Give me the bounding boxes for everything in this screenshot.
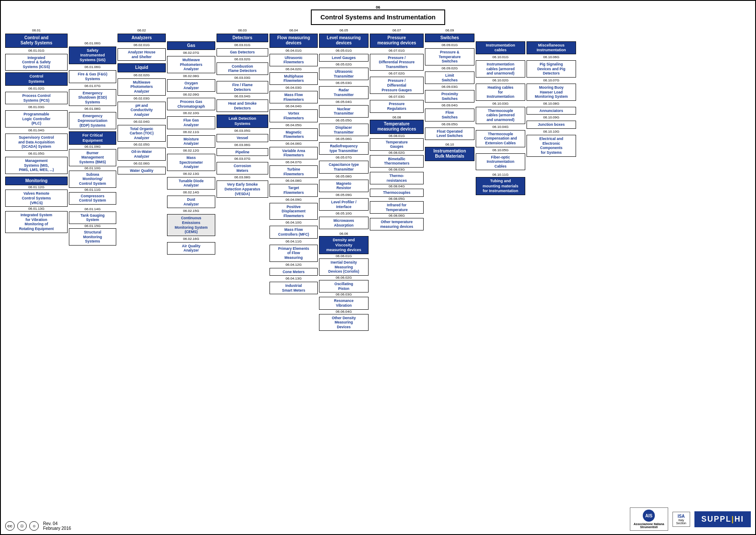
col07-dp-gauges: Pressure /DifferentialPressure Gauges (370, 77, 424, 94)
col02-photometers: MultiwavePhotometersAnalyzer (118, 78, 166, 96)
cc-by-icon: Ⓐ (17, 521, 27, 531)
col01-header: Control andSafety Systems (5, 34, 68, 48)
col02b-moisture: MoistureAnalyzer (167, 135, 215, 148)
col10b-mooring: Mooring BuoyHawser LoadMonitoring System (527, 84, 576, 101)
col10a-fiberoptic: Fiber-opticInstrumentationCables (476, 153, 525, 171)
col09-flow: FlowSwitches (425, 109, 474, 121)
col04-positive: PositiveDisplacementFlowmeters (270, 203, 318, 220)
col02b-air: Air QualityAnalyzer (167, 242, 215, 255)
col07-thermocouples: Thermocouples (370, 189, 424, 197)
col05-magneto: MagnetoResistor (319, 180, 369, 192)
main-title: Control Systems and Instrumentation (311, 9, 445, 25)
main-columns: 06.01 Control andSafety Systems 06.01.01… (5, 28, 751, 331)
col-05: 06.05 Level measuringdevices 06.05.01G L… (319, 28, 369, 331)
col03-vessel: Vessel (217, 134, 268, 142)
col10b-annunciators: Annunciators (527, 107, 576, 115)
col05-radiofreq: Radiofrequencytype Transmitter (319, 142, 369, 155)
col10a-heating: Heating cablesforInstrumentation (476, 84, 525, 101)
col04-massflow: Mass FlowFlowmeters (270, 91, 318, 103)
col02b-mass-spec: MassSpectrometerAnalyzer (167, 154, 215, 171)
col01-item3: ProgrammableLogic Controller(PLC) (5, 110, 68, 128)
col-04: 06.04 Flow measuringdevices 06.04.01G Ul… (270, 28, 318, 295)
col04-variable: Variable AreaFlowmeters (270, 147, 318, 159)
col05-density-header: Density andViscositymeasuring devices (319, 236, 369, 254)
col10a-header: Instrumentationcables (476, 41, 525, 55)
col01b-compressors: CompressorsControl System (69, 192, 116, 205)
col10b-pig: Pig SignalingDevices and PigDetectors (527, 60, 576, 78)
col02b-gas: Gas (167, 41, 215, 50)
col04-header: Flow measuringdevices (270, 34, 318, 48)
col02b-tunable: Tunable DiodeAnalyzer (167, 177, 215, 190)
col09-float: Float OperatedLevel Switches (425, 128, 474, 140)
col05-radar: RadarTransmitter (319, 86, 369, 99)
col10a-thermocouple-cables: Thermocouplecables (armoredand unarmored… (476, 107, 525, 124)
col-02: 06.02 Analyzers 06.02.01G Analyzer House… (118, 28, 166, 175)
col-07: 06.07 Pressuremeasuring devices 06.07.01… (370, 28, 424, 231)
col10a-tubing: Tubing andmounting materialsfor Instrume… (476, 177, 525, 195)
col05-microwaves: MicrowavesAbsorption (319, 217, 369, 229)
col05-profiler: Level Profiler /Interface (319, 198, 369, 211)
col07-bimetallic: BimetallicThermometers (370, 155, 424, 168)
footer: CC Ⓐ ⊙ Rev. 04 February 2016 AIS Associa… (5, 507, 751, 531)
col01b-bms: BurnerManagementSystems (BMS) (69, 149, 116, 166)
col07-temp-header: Temperaturemeasuring devices (370, 120, 424, 134)
col09-proximity: ProximitySwitches (425, 90, 474, 103)
col02-oil: Oil-in-WaterAnalyzer (118, 148, 166, 160)
footer-left: CC Ⓐ ⊙ Rev. 04 February 2016 (5, 521, 71, 531)
col05-coriolis: Inertial DensityMeasuringDevices (Coriol… (319, 258, 369, 276)
col01-item5: ManagementSystems (MIS,PIMS, LMS, MES, .… (5, 157, 68, 174)
col03-heat: Heat and SmokeDetectors (217, 100, 268, 112)
footer-right: AIS Associazione ItalianaStrumentisti IS… (630, 507, 751, 531)
suppl-badge: SUPPL|HI (694, 511, 751, 527)
col01-vibration: Integrated Systemfor VibrationMonitoring… (5, 211, 68, 233)
col04-magnetic: MagneticFlowmeters (270, 128, 318, 141)
col07-regulators: PressureRegulators (370, 100, 424, 112)
col07-dp-transmitters: Pressure /Differential PressureTransmitt… (370, 54, 424, 71)
cc-icon: CC (5, 521, 15, 531)
col04-multiphase: MultiphaseFlowmeters (270, 72, 318, 85)
col-01b: 06.01.06G SafetyInstrumentedSystems (SIS… (69, 41, 116, 246)
col01-item1: IntegratedControl & SafetySystems (ICSS) (5, 54, 68, 71)
col04-target: TargetFlowmeters (270, 184, 318, 196)
col02-house: Analyzer Houseand Shelter (118, 48, 166, 61)
col01b-structural: StructuralMonitoringSystems (69, 228, 116, 246)
col-03: 06.03 Detectors 06.03.01G Gas Detectors … (217, 28, 268, 198)
col01-code: 06.01 (5, 28, 68, 32)
col07-temp-gauges: TemperatureGauges (370, 138, 424, 151)
col01-vrcs: Valves RemoteControl Systems(VRCS) (5, 190, 68, 207)
col07-other-temp: Other temperaturemeasuring devices (370, 218, 424, 230)
col01b-subsea: SubseaMonitoring/Control System (69, 171, 116, 188)
col05-capacitance: Capacitance typeTransmitter (319, 161, 369, 173)
col05-header: Level measuringdevices (319, 34, 369, 48)
col01-monitoring-header: Monitoring (5, 177, 68, 186)
col07-header: Pressuremeasuring devices (370, 34, 424, 48)
col05-levelgauges: Level Gauges (319, 54, 369, 62)
col07-infrared: Infrared forTemperature (370, 201, 424, 214)
col-10b: MiscellaneousInstrumentation 06.10.06G P… (527, 41, 576, 157)
col04-smart: IndustrialSmart Meters (270, 282, 318, 294)
col02-water: Water Quality (118, 167, 166, 175)
col02-ph: pH andConductivityAnalyzer (118, 102, 166, 119)
footer-revision: Rev. 04 February 2016 (43, 521, 71, 531)
main-title-area: 06 Control Systems and Instrumentation (5, 5, 751, 25)
col03-header: Detectors (217, 34, 268, 43)
col04-vortex: VortexFlowmeters (270, 109, 318, 122)
col-02b: Gas 06.02.07G MultiwavePhotometersAnalyz… (167, 41, 215, 255)
col02b-photometers: MultiwavePhotometersAnalyzer (167, 56, 215, 73)
col10b-header: MiscellaneousInstrumentation (527, 41, 576, 55)
col04-mfc: Mass FlowControllers (MFC) (270, 226, 318, 238)
col01-item4: Supervisory Controland Data Acquisition(… (5, 134, 68, 151)
ais-logo: AIS Associazione ItalianaStrumentisti (630, 507, 668, 531)
col07-thermo-resist: Thermo-resistances (370, 172, 424, 184)
col01b-edp: EmergencyDepressurization(EDP) Systems (69, 112, 116, 129)
col04-cone: Cone Meters (270, 268, 318, 276)
col-09: 06.09 Switches 06.09.01G Pressure &Tempe… (425, 28, 474, 161)
col09-bulk-header: InstrumentationBulk Materials (425, 147, 474, 161)
col01b-critical-header: For CriticalEquipment (69, 131, 116, 145)
col04-turbine: TurbineFlowmeters (270, 165, 318, 178)
col05-resonance: ResonanceVibration (319, 297, 369, 309)
col05-nuclear: NuclearTransmitter (319, 105, 369, 118)
col05-displacer: DisplacerTransmitter (319, 124, 369, 136)
isa-logo: ISA ItalySection (672, 512, 690, 527)
col01-control-sub: ControlSystems (5, 72, 68, 86)
